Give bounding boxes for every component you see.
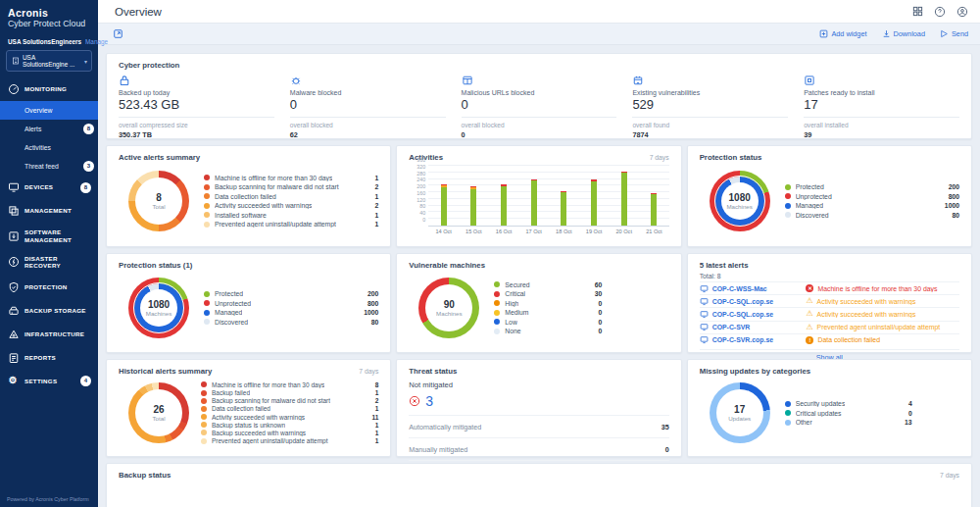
bar[interactable]	[428, 166, 459, 226]
sidebar-item-activities[interactable]: Activities	[0, 138, 98, 157]
device-link[interactable]: COP-C-SVR	[712, 324, 751, 330]
widget-title: Threat status	[409, 367, 457, 376]
alert-message: Activity succeeded with warnings	[817, 311, 916, 318]
badge: 3	[83, 161, 94, 172]
device-link[interactable]: COP-C-SQL.cop.se	[712, 298, 773, 305]
sidebar-item-disaster-recovery[interactable]: DISASTER RECOVERY	[0, 249, 98, 276]
device-link[interactable]: COP-C-SQL.cop.se	[712, 311, 773, 318]
apps-grid-icon[interactable]	[912, 6, 923, 17]
stat-label: Malware blocked	[290, 89, 446, 96]
donut-total: 17	[734, 404, 745, 415]
threat-row: Manually mitigated 0	[409, 437, 668, 460]
historical-alerts-donut[interactable]: 26Total	[128, 382, 189, 443]
alerts-total: Total: 8	[700, 273, 959, 279]
bar[interactable]	[518, 166, 549, 226]
donut-total: 1080	[148, 299, 170, 310]
legend-value: 8	[365, 381, 378, 388]
organization-icon	[11, 57, 20, 65]
sidebar-item-label: MONITORING	[24, 85, 67, 92]
sidebar-item-protection[interactable]: PROTECTION	[0, 276, 98, 299]
stat-sub-value: 350.37 TB	[119, 130, 274, 139]
widget-title: Cyber protection	[119, 61, 179, 70]
legend-dot	[204, 203, 210, 209]
bar[interactable]	[549, 166, 579, 226]
legend-item: Managed1000	[785, 202, 959, 209]
widget-title: Vulnerable machines	[409, 261, 485, 270]
widget-missing-updates: Missing updates by categories 17Updates …	[687, 359, 972, 457]
sidebar-item-settings[interactable]: ⚙ SETTINGS4	[0, 370, 98, 392]
sidebar-item-alerts[interactable]: Alerts8	[0, 120, 98, 138]
expand-icon[interactable]	[113, 28, 123, 39]
manage-link[interactable]: Manage	[85, 38, 108, 45]
active-alerts-donut[interactable]: 8Total	[128, 171, 189, 231]
logo-line2: Cyber Protect Cloud	[8, 19, 90, 28]
badge: 8	[80, 182, 91, 193]
protection-status-donut[interactable]: 1080Machines	[710, 171, 770, 231]
sidebar-item-backup-storage[interactable]: BACKUP STORAGE	[0, 299, 98, 323]
legend-item: Backup status is unknown1	[201, 422, 378, 429]
dashboard-content: Cyber protection Backed up today 523.43 …	[98, 45, 980, 507]
account-icon[interactable]	[956, 6, 968, 18]
legend-label: Machine is offline for more than 30 days	[215, 175, 332, 181]
send-button[interactable]: Send	[940, 29, 968, 38]
legend-dot	[201, 430, 207, 435]
legend-label: Backup failed	[212, 389, 250, 396]
legend-item: Data collection failed1	[204, 193, 378, 200]
alert-message: Data collection failed	[817, 336, 880, 343]
widget-cyber-protection: Cyber protection Backed up today 523.43 …	[106, 53, 972, 139]
legend-dot	[494, 319, 500, 325]
sidebar-item-management[interactable]: MANAGEMENT	[0, 199, 98, 223]
bar[interactable]	[639, 166, 669, 226]
sidebar-item-overview[interactable]: Overview	[0, 101, 98, 120]
protection-status-1-donut[interactable]: 1080Machines	[128, 278, 189, 338]
missing-updates-donut[interactable]: 17Updates	[710, 382, 770, 443]
bar[interactable]	[459, 166, 489, 226]
sidebar-item-monitoring[interactable]: MONITORING	[0, 77, 98, 101]
sidebar-item-threat-feed[interactable]: Threat feed3	[0, 157, 98, 176]
stat-existing-vulnerabilities: Existing vulnerabilities 529 overall fou…	[632, 75, 804, 139]
activities-bar-chart[interactable]: 0408012016020024028032036014 Oct15 Oct16…	[409, 166, 668, 234]
legend-dot	[785, 212, 791, 218]
legend-dot	[785, 203, 791, 209]
acronis-logo: Acronis Cyber Protect Cloud	[0, 0, 98, 34]
stat-sub-value: 7874	[632, 130, 788, 139]
x-axis-tick: 21 Oct	[639, 228, 669, 234]
widget-title: Active alerts summary	[119, 153, 200, 162]
sidebar-item-infrastructure[interactable]: INFRASTRUCTURE	[0, 323, 98, 346]
legend-item: Secured60	[494, 281, 602, 288]
bar[interactable]	[609, 166, 639, 226]
widget-title: 5 latest alerts	[700, 261, 749, 270]
widget-protection-status: Protection status 1080Machines Protected…	[687, 145, 972, 247]
alert-row: COP-C-SVR⚠Prevented agent uninstall/upda…	[700, 321, 959, 333]
legend-item: Prevented agent uninstall/update attempt…	[204, 221, 378, 228]
lock-icon	[119, 75, 274, 86]
sidebar-item-reports[interactable]: REPORTS	[0, 346, 98, 370]
download-button[interactable]: Download	[882, 29, 925, 38]
device-icon	[700, 310, 709, 319]
bar[interactable]	[489, 166, 519, 226]
legend-item: Other13	[785, 419, 912, 426]
add-widget-button[interactable]: Add widget	[819, 29, 866, 38]
vulnerable-machines-donut[interactable]: 90Machines	[418, 278, 479, 338]
widget-threat-status: Threat status Not mitigated 3 Automatica…	[396, 359, 681, 457]
help-icon[interactable]	[934, 6, 946, 18]
sidebar-item-devices[interactable]: DEVICES8	[0, 176, 98, 199]
device-link[interactable]: COP-C-SVR.cop.se	[712, 336, 773, 343]
sidebar-item-software-management[interactable]: SOFTWARE MANAGEMENT	[0, 223, 98, 249]
stat-label: Malicious URLs blocked	[462, 89, 617, 96]
latest-alerts-list: COP-C-WSS-Mac✕Machine is offline for mor…	[700, 281, 959, 346]
legend-label: Prevented agent uninstall/update attempt	[215, 221, 336, 228]
organization-selector[interactable]: USA SolutionsEngine ... ▾	[6, 50, 92, 72]
legend-dot	[201, 422, 207, 428]
bar[interactable]	[579, 166, 610, 226]
alert-row: COP-C-WSS-Mac✕Machine is offline for mor…	[700, 281, 959, 294]
protection-status-1-legend: Protected200Unprotected800Managed1000Dis…	[204, 288, 378, 329]
device-link[interactable]: COP-C-WSS-Mac	[712, 285, 767, 292]
widget-title: Backup status	[119, 471, 171, 480]
legend-value: 1	[365, 193, 378, 200]
add-widget-label: Add widget	[831, 29, 866, 38]
widget-title: Activities	[409, 153, 443, 162]
legend-item: Discovered80	[785, 212, 959, 219]
legend-item: Critical30	[494, 290, 602, 297]
alert-row: COP-C-SVR.cop.se!Data collection failed	[700, 333, 959, 346]
